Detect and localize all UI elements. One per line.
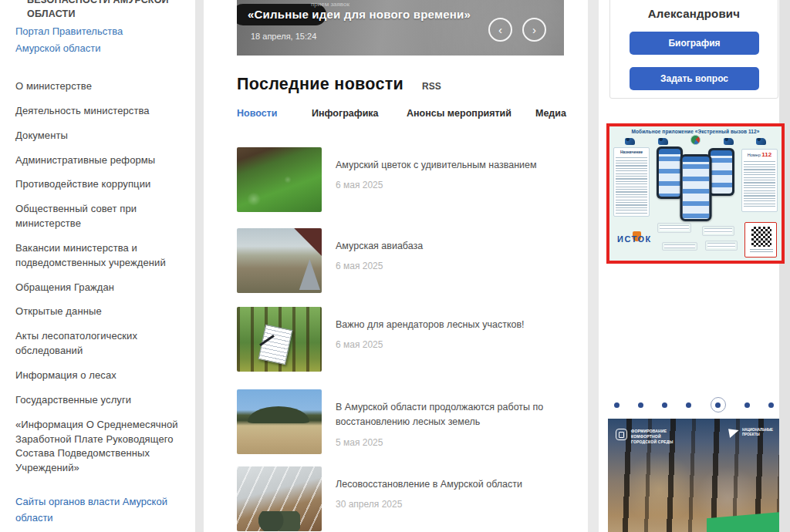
carousel-dot[interactable] (614, 402, 620, 408)
sidebar-item-authority-sites[interactable]: Сайты органов власти Амурской области (15, 494, 170, 527)
news-thumbnail-field (237, 389, 322, 454)
carousel-prev-button[interactable]: ‹ (488, 18, 512, 42)
news-thumbnail-forest-document (237, 307, 322, 372)
news-item-date: 6 мая 2025 (336, 180, 537, 190)
content-scrollbar[interactable] (588, 0, 599, 532)
poster-figures-row (613, 134, 778, 146)
text-lines-placeholder (744, 160, 775, 207)
sidebar-item-about[interactable]: О министерстве (15, 79, 187, 94)
sidebar-item-admin-reforms[interactable]: Административные реформы (15, 153, 187, 168)
person-icon (756, 138, 766, 145)
sidebar-item-public-council[interactable]: Общественный совет при министерстве (15, 202, 187, 231)
news-item-date: 6 мая 2025 (336, 339, 525, 350)
urban-program-logo: ФОРМИРОВАНИЕ КОМФОРТНОЙ ГОРОДСКОЙ СРЕДЫ (616, 429, 677, 444)
sidebar-item-open-data[interactable]: Открытые данные (15, 305, 187, 319)
carousel-dot[interactable] (662, 402, 667, 408)
urban-program-logo-text: ФОРМИРОВАНИЕ КОМФОРТНОЙ ГОРОДСКОЙ СРЕДЫ (631, 429, 677, 444)
phone-mockup-right (708, 148, 734, 196)
sidebar-item-forest-pathology-acts[interactable]: Акты лесопатологических обследований (15, 329, 187, 359)
person-icon (724, 138, 734, 145)
carousel-dot (715, 402, 721, 408)
poster-purpose-panel: Назначение (613, 147, 650, 217)
urban-environment-banner[interactable]: ФОРМИРОВАНИЕ КОМФОРТНОЙ ГОРОДСКОЙ СРЕДЫ … (608, 419, 779, 532)
biography-button[interactable]: Биография (630, 32, 759, 55)
news-thumbnail-aerial (237, 228, 322, 293)
istok-logo: ИСТОК (617, 234, 652, 244)
news-item[interactable]: В Амурской области продолжаются работы п… (237, 389, 570, 457)
text-lines-placeholder (616, 156, 647, 214)
poster-title: Мобильное приложение «Экстренный вызов 1… (613, 129, 778, 134)
national-projects-logo-text: НАЦИОНАЛЬНЫЕ ПРОЕКТЫ (742, 428, 771, 437)
carousel-note: прием заявок (311, 1, 349, 8)
paper-plane-icon (728, 427, 740, 438)
sidebar-item-salary-info[interactable]: «Информация О Среднемесячной Заработной … (15, 418, 187, 476)
tab-media[interactable]: Медиа (535, 108, 566, 119)
news-item-title: Лесовосстановление в Амурской области (336, 477, 522, 492)
sidebar-item-citizen-appeals[interactable]: Обращения Граждан (15, 281, 187, 295)
tab-announcements[interactable]: Анонсы мероприятий (407, 108, 511, 119)
sidebar-item-forest-info[interactable]: Информация о лесах (15, 369, 187, 383)
news-item[interactable]: Амурская авиабаза 6 мая 2025 (237, 228, 570, 296)
tab-infographics[interactable]: Инфографика (312, 108, 379, 119)
portal-link[interactable]: Портал Правительства Амурской области (15, 23, 162, 57)
news-tabs: Новости Инфографика Анонсы мероприятий М… (237, 108, 569, 122)
phone-mockup-left (657, 146, 683, 199)
chevron-right-icon: › (532, 24, 536, 35)
poster-caption-box (702, 226, 734, 236)
sidebar-item-vacancies[interactable]: Вакансии министерства и подведомственных… (15, 241, 187, 271)
official-profile-card: Александрович Биография Задать вопрос (609, 0, 778, 99)
news-item[interactable]: Лесовосстановление в Амурской области 30… (237, 466, 570, 532)
carousel-dot[interactable] (638, 402, 643, 408)
carousel-dot-active[interactable] (711, 397, 726, 412)
national-projects-logo: НАЦИОНАЛЬНЫЕ ПРОЕКТЫ (729, 428, 771, 437)
news-header: Последние новости RSS (237, 75, 441, 94)
news-item-date: 5 мая 2025 (336, 437, 563, 448)
carousel-date: 18 апреля, 15:24 (251, 32, 316, 41)
carousel-dot[interactable] (686, 402, 691, 408)
phone-screen (659, 149, 680, 197)
qr-caption (750, 249, 773, 254)
news-item[interactable]: Важно для арендаторов лесных участков! 6… (237, 307, 570, 375)
ask-question-button[interactable]: Задать вопрос (630, 67, 759, 90)
poster-purpose-heading: Назначение (616, 150, 647, 154)
ministry-name-line1: БЕЗОПАСНОСТИ АМУРСКОЙ (27, 0, 181, 8)
poster-main: Назначение Номер 112 (613, 146, 778, 222)
chevron-left-icon: ‹ (498, 24, 502, 35)
poster-number-panel: Номер 112 (741, 149, 778, 212)
carousel-title: «Сильные идеи для нового времени» (248, 8, 471, 21)
sidebar-item-activity[interactable]: Деятельность министерства (15, 104, 187, 119)
news-carousel[interactable]: прием заявок «Сильные идеи для нового вр… (237, 0, 564, 56)
news-item-date: 6 мая 2025 (336, 261, 423, 271)
sidebar-item-documents[interactable]: Документы (15, 129, 187, 143)
news-thumbnail-greenhouse (237, 466, 322, 531)
poster-caption-box (705, 241, 738, 251)
carousel-next-button[interactable]: › (522, 18, 546, 42)
poster-bottom: ИСТОК (613, 222, 778, 259)
carousel-dot[interactable] (744, 402, 750, 408)
istok-logo-text: ИСТОК (617, 234, 652, 244)
emergency-112-poster[interactable]: Мобильное приложение «Экстренный вызов 1… (606, 123, 785, 264)
page-scrollbar[interactable] (779, 0, 790, 532)
sidebar-scrollbar[interactable] (195, 0, 204, 532)
page: БЕЗОПАСНОСТИ АМУРСКОЙ ОБЛАСТИ Портал Пра… (0, 0, 790, 532)
poster-caption-box (657, 223, 691, 233)
news-item-date: 30 апреля 2025 (336, 499, 522, 510)
news-item[interactable]: Амурский цветок с удивительным названием… (237, 147, 570, 215)
ministry-name: БЕЗОПАСНОСТИ АМУРСКОЙ ОБЛАСТИ (27, 0, 181, 21)
tab-news[interactable]: Новости (237, 108, 277, 119)
phone-mockup-center (680, 154, 711, 221)
widget-pagination (614, 396, 774, 413)
sidebar-item-gov-services[interactable]: Государственные услуги (15, 393, 187, 408)
carousel-dot[interactable] (768, 402, 774, 408)
house-outline-icon (616, 429, 627, 440)
sidebar-item-anticorruption[interactable]: Противодействие коррупции (15, 177, 187, 192)
ministry-name-line2: ОБЛАСТИ (27, 8, 181, 22)
rss-link[interactable]: RSS (422, 81, 441, 92)
poster-number-112: Номер 112 (744, 151, 775, 158)
person-icon (625, 138, 635, 145)
sidebar-menu: О министерстве Деятельность министерства… (15, 79, 187, 527)
news-item-title: Амурский цветок с удивительным названием (336, 158, 537, 173)
shield-logo-icon (690, 135, 701, 145)
poster-caption-box (662, 242, 697, 251)
official-name: Александрович (610, 7, 778, 20)
